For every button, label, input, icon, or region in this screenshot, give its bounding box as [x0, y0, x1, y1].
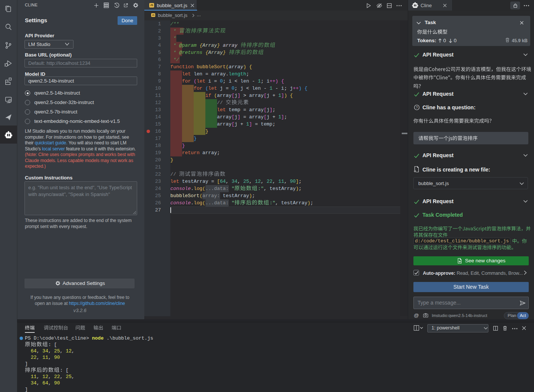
- svg-text:?: ?: [416, 105, 418, 109]
